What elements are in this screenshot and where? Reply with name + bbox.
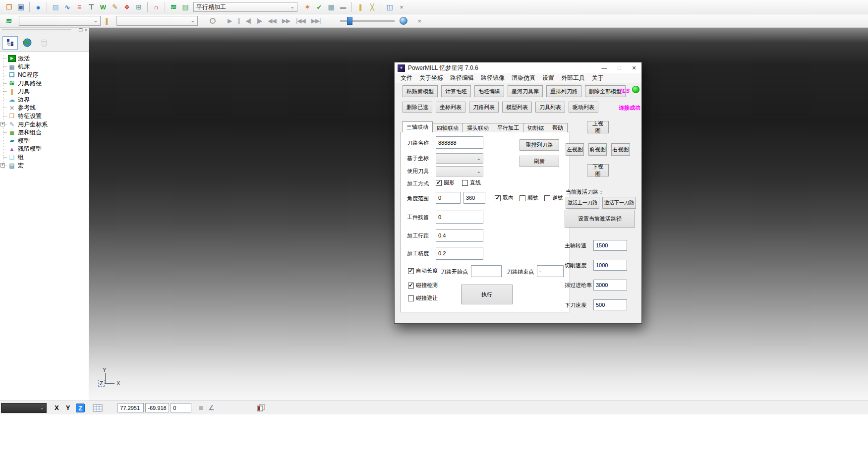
- menu-item[interactable]: 路径编辑: [447, 74, 477, 82]
- speed-input[interactable]: [593, 299, 627, 310]
- stepover-input[interactable]: [436, 229, 483, 242]
- dialog-button[interactable]: 星河刀具库: [508, 85, 543, 97]
- menu-item[interactable]: 外部工具: [558, 74, 588, 82]
- grid-snap-icon[interactable]: [93, 404, 103, 412]
- maximize-button[interactable]: □: [612, 62, 627, 73]
- end-point-input[interactable]: [537, 265, 564, 277]
- tree-item[interactable]: + ✎ 用户坐标系: [0, 120, 89, 129]
- auto-length-checkbox[interactable]: 自动长度: [408, 267, 438, 275]
- rewind-icon[interactable]: ◀◀: [268, 17, 276, 24]
- execute-button[interactable]: 执行: [461, 285, 513, 304]
- stock-input[interactable]: [436, 211, 483, 224]
- angle-from-input[interactable]: [436, 192, 461, 204]
- collision-avoid-checkbox[interactable]: 碰撞避让: [408, 294, 438, 302]
- dialog-button[interactable]: 毛坯编辑: [474, 85, 504, 97]
- collision-check-checkbox[interactable]: 碰撞检测: [408, 282, 438, 289]
- minimize-button[interactable]: —: [597, 62, 612, 73]
- menu-item[interactable]: 关于坐标: [416, 74, 447, 82]
- tree-item[interactable]: + ≣ 层和组合: [0, 128, 89, 137]
- ballnose-tool-icon[interactable]: ⊤: [85, 1, 97, 12]
- checkbox[interactable]: [408, 283, 414, 289]
- tree-item[interactable]: + ▰ 模型: [0, 137, 89, 145]
- menu-item[interactable]: 渲染仿真: [508, 74, 539, 82]
- play-icon[interactable]: ▶: [228, 17, 231, 24]
- dialog-button[interactable]: 粘贴新模型: [403, 85, 438, 97]
- ruler-icon[interactable]: ▬: [337, 1, 349, 12]
- checkbox-option[interactable]: 逆铣: [544, 194, 563, 202]
- simulation-speed-slider[interactable]: [340, 16, 395, 25]
- axis-z-button[interactable]: Z: [76, 404, 85, 412]
- tree-item[interactable]: + ☁ 边界: [0, 96, 89, 104]
- recycle-bin-icon[interactable]: [36, 36, 52, 50]
- tolerance-input[interactable]: [436, 247, 483, 260]
- menu-item[interactable]: 设置: [539, 74, 558, 82]
- front-view-button[interactable]: 前视图: [588, 143, 607, 156]
- list-options-icon[interactable]: ≣: [198, 405, 203, 411]
- speed-input[interactable]: [593, 240, 627, 251]
- tool-dropdown[interactable]: ⌄: [436, 166, 483, 176]
- checkbox[interactable]: [495, 195, 501, 201]
- checkbox[interactable]: [462, 180, 468, 186]
- save-icon[interactable]: ▣: [15, 1, 27, 12]
- toolpath-spiral-icon[interactable]: ≋: [3, 15, 15, 26]
- tool-select-icon[interactable]: ∥: [101, 15, 113, 26]
- checkbox-option[interactable]: 直线: [462, 179, 481, 186]
- collision-check-icon[interactable]: ✶: [301, 1, 313, 12]
- calculator-icon[interactable]: ▦: [325, 1, 337, 12]
- bottom-view-button[interactable]: 下视图: [587, 164, 609, 176]
- rearrange-toolpaths-button[interactable]: 重排列刀路: [520, 139, 559, 151]
- tab[interactable]: 四轴联动: [432, 123, 463, 132]
- tab[interactable]: 切割锯: [523, 123, 548, 132]
- step-back-icon[interactable]: ◀|: [245, 17, 250, 24]
- angle-to-input[interactable]: [463, 192, 485, 204]
- graphics-viewport[interactable]: Y X Z ✦ PowerMILL 忆梦星河 7.0.6 — □ ✕ 文件: [89, 28, 868, 401]
- close-button[interactable]: ✕: [627, 62, 641, 73]
- panel-close-icon[interactable]: ×: [85, 28, 87, 33]
- lightbulb-icon[interactable]: [210, 18, 216, 24]
- strategy-list-icon[interactable]: ▤: [179, 1, 191, 12]
- strategy-dropdown[interactable]: 平行精加工 ⌄: [193, 2, 297, 12]
- step-forward-icon[interactable]: |▶: [257, 17, 262, 24]
- activate-next-button[interactable]: 激活下一刀路: [602, 197, 636, 209]
- globe-icon[interactable]: [19, 36, 35, 50]
- points-icon[interactable]: ❖: [121, 1, 133, 12]
- dialog-titlebar[interactable]: ✦ PowerMILL 忆梦星河 7.0.6 — □ ✕: [395, 62, 641, 73]
- checkbox-option[interactable]: 圆形: [436, 179, 455, 186]
- top-view-button[interactable]: 上视图: [587, 121, 609, 133]
- sphere-icon[interactable]: ●: [32, 1, 44, 12]
- activate-prev-button[interactable]: 激活上一刀路: [566, 197, 599, 209]
- tree-item[interactable]: + ❒ 特征设置: [0, 112, 89, 120]
- toolbar-close-icon[interactable]: ×: [413, 15, 425, 26]
- toolpath-verify-icon[interactable]: ✔: [313, 1, 325, 12]
- pattern-pencil-icon[interactable]: ✎: [109, 1, 121, 12]
- tree-item[interactable]: + ∥ 刀具: [0, 87, 89, 96]
- fast-forward-icon[interactable]: ▶▶: [282, 17, 290, 24]
- panel-float-icon[interactable]: ❐: [79, 28, 83, 33]
- tab[interactable]: 三轴联动: [402, 121, 433, 132]
- panel-grip[interactable]: ❐ ×: [0, 28, 89, 34]
- menu-item[interactable]: 路径镜像: [477, 74, 508, 82]
- go-to-end-icon[interactable]: ▶▶|: [311, 17, 321, 24]
- feature-set-icon[interactable]: ⊞: [133, 1, 145, 12]
- speed-input[interactable]: [593, 260, 627, 271]
- compare-models-icon[interactable]: ◫: [384, 1, 396, 12]
- coord-x-input[interactable]: [117, 403, 144, 412]
- tree-item[interactable]: + ❑ 组: [0, 153, 89, 162]
- dialog-button[interactable]: 删除已选: [403, 102, 432, 113]
- zlevel-strategy-icon[interactable]: ≡: [73, 1, 85, 12]
- coord-z-input[interactable]: [171, 403, 191, 412]
- left-view-button[interactable]: 左视图: [566, 143, 584, 156]
- checkbox[interactable]: [544, 195, 550, 201]
- tree-item[interactable]: + ▦ 机床: [0, 63, 89, 71]
- checkbox[interactable]: [408, 268, 414, 274]
- toolpath-name-input[interactable]: [436, 136, 483, 149]
- dialog-button[interactable]: 重排列刀路: [546, 85, 581, 97]
- go-to-start-icon[interactable]: |◀◀: [296, 17, 305, 24]
- open-project-icon[interactable]: ❐: [3, 1, 15, 12]
- block-icon[interactable]: ▧: [50, 1, 61, 12]
- set-active-path-button[interactable]: 设置当前激活路径: [565, 210, 635, 228]
- workplane-icon[interactable]: ∠: [208, 404, 214, 411]
- sim-tool-dropdown[interactable]: ⌄: [116, 16, 198, 26]
- tool-holder-icon[interactable]: ∩: [150, 1, 162, 12]
- checkbox-option[interactable]: 双向: [495, 194, 514, 202]
